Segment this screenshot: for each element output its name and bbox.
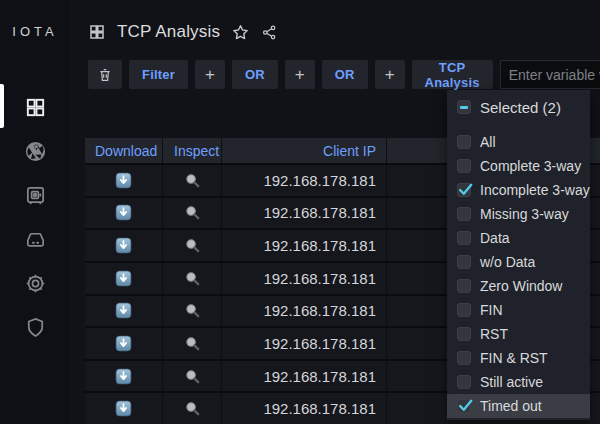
unchecked-checkbox[interactable] bbox=[457, 375, 471, 389]
download-button[interactable] bbox=[115, 400, 132, 417]
inspect-button[interactable] bbox=[184, 400, 201, 417]
dropdown-option-fin[interactable]: FIN bbox=[447, 298, 590, 322]
unchecked-checkbox[interactable] bbox=[457, 303, 471, 317]
shield-icon bbox=[24, 316, 47, 339]
inspect-cell bbox=[163, 263, 222, 294]
dropdown-option-label: Zero Window bbox=[480, 278, 562, 294]
or-button-2[interactable]: OR bbox=[322, 60, 368, 89]
inspect-button[interactable] bbox=[184, 335, 201, 352]
client-ip-cell: 192.168.178.181 bbox=[222, 393, 387, 424]
inspect-cell bbox=[163, 361, 222, 392]
dropdown-option-label: All bbox=[480, 134, 496, 150]
unchecked-checkbox[interactable] bbox=[457, 279, 471, 293]
share-icon[interactable] bbox=[261, 24, 278, 41]
selected-count-label: Selected (2) bbox=[480, 99, 561, 116]
client-ip-cell: 192.168.178.181 bbox=[222, 361, 387, 392]
inspect-button[interactable] bbox=[184, 204, 201, 221]
download-cell bbox=[85, 230, 163, 261]
sidebar: IOTA bbox=[0, 0, 70, 424]
download-cell bbox=[85, 361, 163, 392]
dropdown-option-timed-out[interactable]: Timed out bbox=[447, 394, 590, 418]
add-filter-button-1[interactable]: + bbox=[195, 60, 225, 89]
dropdown-option-w-o-data[interactable]: w/o Data bbox=[447, 250, 590, 274]
download-button[interactable] bbox=[115, 302, 132, 319]
download-button[interactable] bbox=[115, 172, 132, 189]
dropdown-option-still-active[interactable]: Still active bbox=[447, 370, 590, 394]
client-ip-cell: 192.168.178.181 bbox=[222, 296, 387, 327]
filter-toolbar: Filter+OR+OR+TCP Analysis bbox=[88, 60, 600, 89]
inspect-cell bbox=[163, 296, 222, 327]
inspect-button[interactable] bbox=[184, 270, 201, 287]
unchecked-checkbox[interactable] bbox=[457, 207, 471, 221]
download-button[interactable] bbox=[115, 204, 132, 221]
unchecked-checkbox[interactable] bbox=[457, 231, 471, 245]
iota-logo: IOTA bbox=[0, 24, 70, 39]
dropdown-option-zero-window[interactable]: Zero Window bbox=[447, 274, 590, 298]
dropdown-option-label: RST bbox=[480, 326, 508, 342]
indeterminate-checkbox[interactable] bbox=[457, 100, 471, 114]
download-cell bbox=[85, 263, 163, 294]
inspect-button[interactable] bbox=[184, 237, 201, 254]
download-button[interactable] bbox=[115, 237, 132, 254]
unchecked-checkbox[interactable] bbox=[457, 351, 471, 365]
sidebar-item-vault[interactable] bbox=[17, 183, 53, 207]
dropdown-option-label: Timed out bbox=[480, 398, 542, 414]
sidebar-item-capture[interactable] bbox=[17, 139, 53, 163]
dropdown-option-label: FIN bbox=[480, 302, 503, 318]
delete-filter-button[interactable] bbox=[88, 60, 122, 89]
sidebar-item-dashboards[interactable] bbox=[17, 95, 53, 119]
dropdown-selected-summary[interactable]: Selected (2) bbox=[447, 90, 590, 124]
dropdown-option-missing-3-way[interactable]: Missing 3-way bbox=[447, 202, 590, 226]
download-button[interactable] bbox=[115, 335, 132, 352]
or-button-1[interactable]: OR bbox=[232, 60, 278, 89]
sidebar-item-security[interactable] bbox=[17, 315, 53, 339]
aperture-icon bbox=[24, 140, 47, 163]
column-header-download[interactable]: Download bbox=[85, 138, 163, 163]
checked-checkbox[interactable] bbox=[457, 183, 471, 197]
inspect-button[interactable] bbox=[184, 172, 201, 189]
client-ip-value: 192.168.178.181 bbox=[263, 204, 376, 221]
star-icon[interactable] bbox=[231, 23, 250, 42]
checked-checkbox[interactable] bbox=[457, 399, 471, 413]
panel-grid-icon bbox=[88, 23, 106, 41]
add-filter-button-2[interactable]: + bbox=[285, 60, 315, 89]
inspect-cell bbox=[163, 328, 222, 359]
sidebar-nav bbox=[0, 95, 70, 339]
unchecked-checkbox[interactable] bbox=[457, 159, 471, 173]
download-button[interactable] bbox=[115, 368, 132, 385]
dropdown-option-data[interactable]: Data bbox=[447, 226, 590, 250]
download-button[interactable] bbox=[115, 270, 132, 287]
unchecked-checkbox[interactable] bbox=[457, 327, 471, 341]
add-filter-button-3[interactable]: + bbox=[375, 60, 405, 89]
dropdown-option-complete-3-way[interactable]: Complete 3-way bbox=[447, 154, 590, 178]
client-ip-cell: 192.168.178.181 bbox=[222, 198, 387, 229]
tcp-analysis-button[interactable]: TCP Analysis bbox=[412, 60, 493, 89]
drive-icon bbox=[24, 228, 47, 251]
unchecked-checkbox[interactable] bbox=[457, 255, 471, 269]
dropdown-option-label: Incomplete 3-way bbox=[480, 182, 590, 198]
download-cell bbox=[85, 165, 163, 196]
variable-value-input[interactable] bbox=[500, 60, 600, 89]
column-header-client-ip[interactable]: Client IP bbox=[222, 138, 387, 163]
inspect-button[interactable] bbox=[184, 302, 201, 319]
client-ip-value: 192.168.178.181 bbox=[263, 302, 376, 319]
dropdown-option-incomplete-3-way[interactable]: Incomplete 3-way bbox=[447, 178, 590, 202]
safe-icon bbox=[24, 184, 47, 207]
client-ip-value: 192.168.178.181 bbox=[263, 400, 376, 417]
dropdown-option-rst[interactable]: RST bbox=[447, 322, 590, 346]
inspect-cell bbox=[163, 198, 222, 229]
inspect-button[interactable] bbox=[184, 368, 201, 385]
dropdown-option-fin-rst[interactable]: FIN & RST bbox=[447, 346, 590, 370]
inspect-cell bbox=[163, 393, 222, 424]
dropdown-option-all[interactable]: All bbox=[447, 130, 590, 154]
dropdown-option-label: FIN & RST bbox=[480, 350, 548, 366]
client-ip-value: 192.168.178.181 bbox=[263, 368, 376, 385]
dropdown-option-label: w/o Data bbox=[480, 254, 535, 270]
inspect-cell bbox=[163, 230, 222, 261]
sidebar-item-settings[interactable] bbox=[17, 271, 53, 295]
column-header-inspect[interactable]: Inspect bbox=[163, 138, 222, 163]
dropdown-options: AllComplete 3-wayIncomplete 3-wayMissing… bbox=[447, 130, 590, 418]
sidebar-item-storage[interactable] bbox=[17, 227, 53, 251]
unchecked-checkbox[interactable] bbox=[457, 135, 471, 149]
filter-button[interactable]: Filter bbox=[129, 60, 188, 89]
